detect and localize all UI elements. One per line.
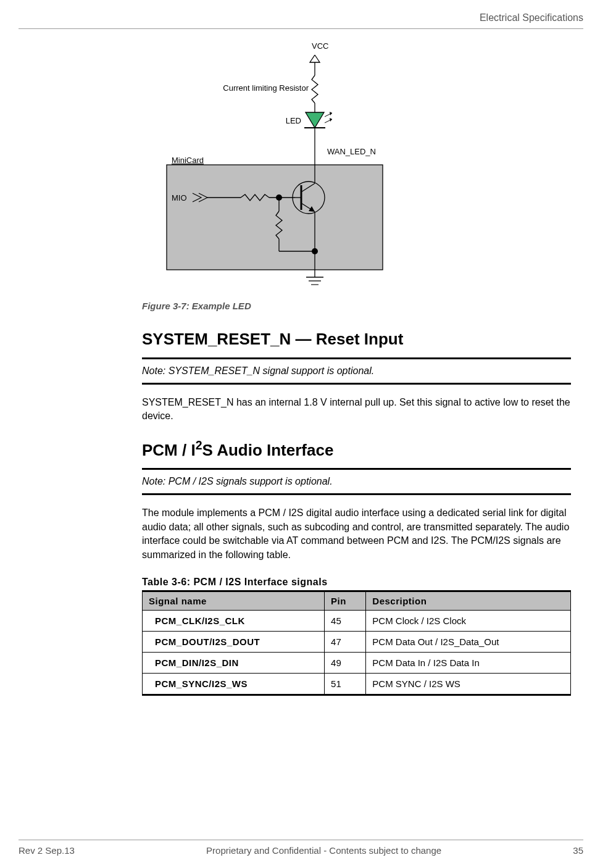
cell-desc: PCM Clock / I2S Clock (366, 611, 571, 632)
footer-center: Proprietary and Confidential - Contents … (75, 845, 573, 856)
cell-name: PCM_SYNC/I2S_WS (143, 674, 325, 695)
heading-pre: PCM / I (142, 440, 196, 459)
wan-label: WAN_LED_N (327, 147, 376, 156)
cell-desc: PCM SYNC / I2S WS (366, 674, 571, 695)
page-footer: Rev 2 Sep.13 Proprietary and Confidentia… (19, 840, 583, 856)
figure-caption: Figure 3-7: Example LED (142, 301, 571, 311)
cell-pin: 45 (325, 611, 366, 632)
svg-marker-2 (306, 112, 324, 128)
svg-rect-9 (167, 165, 383, 270)
footer-right: 35 (573, 845, 583, 856)
cell-name: PCM_CLK/I2S_CLK (143, 611, 325, 632)
cell-pin: 47 (325, 632, 366, 653)
table-header-row: Signal name Pin Description (143, 591, 571, 611)
cell-name: PCM_DOUT/I2S_DOUT (143, 632, 325, 653)
svg-marker-7 (330, 118, 332, 122)
body-system-reset: SYSTEM_RESET_N has an internal 1.8 V int… (142, 396, 571, 424)
cell-pin: 49 (325, 653, 366, 674)
circuit-diagram: VCC Current limiting Resistor LED WAN_LE… (142, 41, 571, 297)
vcc-label: VCC (312, 41, 328, 51)
table-row: PCM_DOUT/I2S_DOUT 47 PCM Data Out / I2S_… (143, 632, 571, 653)
note-system-reset: Note: SYSTEM_RESET_N signal support is o… (142, 357, 571, 385)
resistor-label: Current limiting Resistor (223, 83, 309, 93)
heading-system-reset: SYSTEM_RESET_N — Reset Input (142, 330, 571, 349)
body-pcm: The module implements a PCM / I2S digita… (142, 506, 571, 562)
cell-desc: PCM Data Out / I2S_Data_Out (366, 632, 571, 653)
heading-post: S Audio Interface (202, 440, 334, 459)
mio-label: MIO (172, 193, 187, 202)
th-desc: Description (366, 591, 571, 611)
led-label: LED (286, 116, 301, 125)
minicard-label: MiniCard (172, 156, 204, 165)
cell-name: PCM_DIN/I2S_DIN (143, 653, 325, 674)
cell-desc: PCM Data In / I2S Data In (366, 653, 571, 674)
heading-pcm-i2s: PCM / I2S Audio Interface (142, 438, 571, 460)
th-signal: Signal name (143, 591, 325, 611)
note-pcm: Note: PCM / I2S signals support is optio… (142, 468, 571, 495)
table-row: PCM_CLK/I2S_CLK 45 PCM Clock / I2S Clock (143, 611, 571, 632)
th-pin: Pin (325, 591, 366, 611)
cell-pin: 51 (325, 674, 366, 695)
table-title: Table 3-6: PCM / I2S Interface signals (142, 577, 571, 588)
page-header: Electrical Specifications (19, 12, 583, 29)
table-row: PCM_SYNC/I2S_WS 51 PCM SYNC / I2S WS (143, 674, 571, 695)
section-title: Electrical Specifications (480, 12, 583, 23)
table-row: PCM_DIN/I2S_DIN 49 PCM Data In / I2S Dat… (143, 653, 571, 674)
heading-sup: 2 (196, 438, 202, 452)
footer-left: Rev 2 Sep.13 (19, 845, 75, 856)
signals-table: Signal name Pin Description PCM_CLK/I2S_… (142, 590, 571, 696)
content-area: VCC Current limiting Resistor LED WAN_LE… (142, 41, 571, 696)
svg-marker-5 (330, 112, 332, 115)
